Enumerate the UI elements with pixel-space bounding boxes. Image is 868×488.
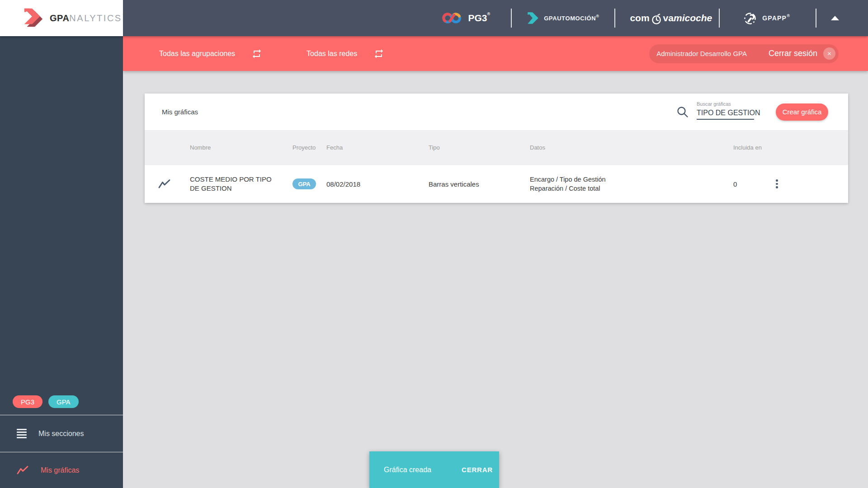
header-divider [719,9,720,28]
project-badge: GPA [292,178,316,189]
search-input-value: TIPO DE GESTION [697,109,760,117]
gpapp-logo[interactable]: GPAPP® [742,10,790,26]
header-brand-strip: PG3® GPAUTOMOCIÓN® com [442,0,868,36]
row-type: Barras verticales [429,180,530,188]
line-chart-icon [17,465,29,475]
table-header: Nombre Proyecto Fecha Tipo Datos Incluid… [145,130,848,165]
gpautomocion-arrow-icon [526,11,540,25]
toast-message: Gráfica creada [384,466,431,474]
column-header-nombre: Nombre [190,144,292,151]
pg3-infinity-icon [442,11,463,25]
sidebar: PG3 GPA Mis secciones Mis gráficas [0,36,123,488]
toast-notification: Gráfica creada CERRAR [369,451,499,488]
pg3-logo[interactable]: PG3® [442,11,490,25]
swap-groupings-icon[interactable] [251,48,262,59]
page-title: Mis gráficas [145,108,198,116]
gpanalytics-arrow-icon [21,7,44,29]
toast-close-button[interactable]: CERRAR [462,466,493,474]
card-header: Mis gráficas Buscar gráficas TIPO DE GES… [145,94,848,130]
card-actions: Buscar gráficas TIPO DE GESTION Crear gr… [676,103,848,121]
sidebar-item-mis-graficas[interactable]: Mis gráficas [0,452,123,488]
column-header-datos: Datos [530,144,733,151]
gpanalytics-wordmark: GPANALYTICS® [50,13,126,23]
comprava-mid: va [663,13,674,23]
collapse-header-icon[interactable] [831,16,839,20]
sidebar-item-label: Mis gráficas [41,466,79,474]
user-name: Administrador Desarrollo GPA [656,50,747,57]
row-data-line1: Encargo / Tipo de Gestión [530,175,733,184]
comprava-prefix: com [630,13,649,23]
row-data-line2: Reparación / Coste total [530,184,733,193]
user-session-pill: Administrador Desarrollo GPA Cerrar sesi… [649,44,839,63]
row-data: Encargo / Tipo de Gestión Reparación / C… [530,175,733,193]
sidebar-bottom: PG3 GPA Mis secciones Mis gráficas [0,395,123,488]
gpapp-wordmark: GPAPP® [762,14,790,22]
sidebar-badges: PG3 GPA [0,395,123,415]
row-menu-kebab-icon[interactable] [774,178,780,190]
gpapp-wrench-icon [742,10,758,26]
badge-pg3[interactable]: PG3 [13,395,42,408]
menu-icon [17,429,27,438]
column-header-proyecto: Proyecto [292,144,326,151]
swap-networks-icon[interactable] [373,48,384,59]
sidebar-item-mis-secciones[interactable]: Mis secciones [0,415,123,452]
filter-bar: Todas las agrupaciones Todas las redes A… [123,36,868,71]
search-icon[interactable] [676,106,689,118]
compravamicoche-logo[interactable]: com vamicoche [630,12,712,24]
app-root: GPANALYTICS® PG3® [0,0,868,488]
logout-button[interactable]: Cerrar sesión [769,49,817,58]
gpautomocion-logo[interactable]: GPAUTOMOCIÓN® [526,11,599,25]
search-input-label: Buscar gráficas [697,101,754,107]
table-row[interactable]: COSTE MEDIO POR TIPO DE GESTION GPA 08/0… [145,165,848,203]
groupings-selector[interactable]: Todas las agrupaciones [159,50,235,58]
create-chart-button[interactable]: Crear gráfica [776,103,828,121]
comprava-suffix: micoche [674,13,712,23]
pg3-wordmark: PG3® [468,13,490,23]
charts-card: Mis gráficas Buscar gráficas TIPO DE GES… [145,94,848,203]
header-divider [816,9,816,28]
sidebar-item-label: Mis secciones [38,430,84,438]
row-name: COSTE MEDIO POR TIPO DE GESTION [190,175,283,193]
line-chart-icon [158,179,190,189]
networks-selector[interactable]: Todas las redes [307,50,357,58]
clock-icon [650,12,663,24]
column-header-tipo: Tipo [429,144,530,151]
gpautomocion-wordmark: GPAUTOMOCIÓN® [544,15,599,22]
badge-gpa[interactable]: GPA [48,395,79,408]
included-count: 0 [733,180,737,188]
logout-icon[interactable]: ✕ [823,47,835,60]
header-divider [511,9,512,28]
gpanalytics-logo[interactable]: GPANALYTICS® [0,0,123,36]
row-date: 08/02/2018 [326,180,429,188]
search-input[interactable]: Buscar gráficas TIPO DE GESTION [697,101,754,120]
column-header-fecha: Fecha [326,144,429,151]
column-header-incluida-en: Incluida en [733,144,848,151]
row-included: 0 [733,178,848,190]
header-divider [614,9,615,28]
top-header: GPANALYTICS® PG3® [0,0,868,36]
